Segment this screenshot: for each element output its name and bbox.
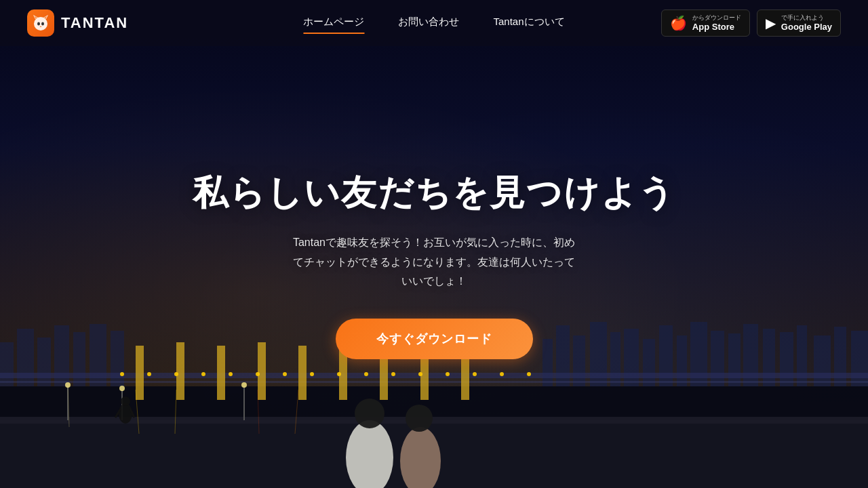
svg-point-81 bbox=[41, 22, 44, 26]
apple-icon: 🍎 bbox=[670, 15, 687, 31]
hero-subtitle: Tantanで趣味友を探そう！お互いが気に入った時に、初めてチャットができるよう… bbox=[292, 233, 576, 291]
svg-point-47 bbox=[364, 372, 368, 376]
svg-rect-27 bbox=[0, 373, 868, 378]
hero-title: 私らしい友だちを見つけよう bbox=[193, 169, 675, 217]
svg-point-38 bbox=[120, 372, 124, 376]
svg-point-40 bbox=[174, 372, 178, 376]
app-store-text: からダウンロード App Store bbox=[692, 14, 741, 32]
nav-item-home[interactable]: ホームページ bbox=[303, 16, 364, 31]
hero-section: 私らしい友だちを見つけよう Tantanで趣味友を探そう！お互いが気に入った時に… bbox=[0, 0, 868, 488]
app-store-label: からダウンロード bbox=[692, 14, 741, 22]
svg-point-42 bbox=[229, 372, 233, 376]
header: TANTAN ホームページ お問い合わせ Tantanについて 🍎 からダウンロ… bbox=[0, 0, 868, 46]
svg-point-51 bbox=[473, 372, 477, 376]
nav-item-contact[interactable]: お問い合わせ bbox=[398, 16, 459, 31]
main-nav: ホームページ お問い合わせ Tantanについて bbox=[303, 16, 564, 31]
nav-item-about[interactable]: Tantanについて bbox=[493, 16, 564, 31]
svg-point-63 bbox=[121, 396, 130, 406]
google-play-text: で手に入れよう Google Play bbox=[781, 14, 832, 32]
svg-point-39 bbox=[147, 372, 151, 376]
app-store-button[interactable]: 🍎 からダウンロード App Store bbox=[661, 9, 750, 37]
svg-rect-17 bbox=[814, 336, 831, 386]
logo-icon bbox=[27, 9, 54, 37]
svg-point-46 bbox=[337, 372, 341, 376]
svg-rect-30 bbox=[176, 342, 184, 400]
svg-point-50 bbox=[446, 372, 450, 376]
svg-point-52 bbox=[500, 372, 504, 376]
svg-point-61 bbox=[241, 382, 247, 388]
svg-rect-29 bbox=[136, 346, 144, 400]
svg-point-48 bbox=[391, 372, 395, 376]
svg-rect-22 bbox=[37, 338, 51, 386]
svg-point-53 bbox=[527, 372, 531, 376]
hero-content: 私らしい友だちを見つけよう Tantanで趣味友を探そう！お互いが気に入った時に… bbox=[193, 129, 675, 359]
svg-rect-20 bbox=[0, 342, 14, 386]
svg-point-75 bbox=[34, 17, 47, 30]
app-store-name: App Store bbox=[692, 22, 734, 33]
svg-point-59 bbox=[119, 386, 125, 391]
google-play-icon: ▶ bbox=[766, 15, 776, 31]
logo-area: TANTAN bbox=[27, 9, 128, 37]
google-play-name: Google Play bbox=[781, 22, 832, 33]
svg-rect-28 bbox=[0, 381, 868, 383]
header-store-buttons: 🍎 からダウンロード App Store ▶ で手に入れよう Google Pl… bbox=[661, 9, 841, 37]
svg-point-80 bbox=[37, 22, 40, 26]
svg-point-49 bbox=[418, 372, 422, 376]
svg-point-67 bbox=[355, 399, 384, 428]
download-cta-button[interactable]: 今すぐダウンロード bbox=[336, 319, 533, 359]
svg-rect-12 bbox=[728, 333, 741, 386]
google-play-label: で手に入れよう bbox=[781, 14, 824, 22]
google-play-button[interactable]: ▶ で手に入れよう Google Play bbox=[757, 9, 841, 37]
svg-point-41 bbox=[201, 372, 205, 376]
svg-point-45 bbox=[310, 372, 314, 376]
logo-text: TANTAN bbox=[61, 14, 128, 32]
svg-rect-9 bbox=[677, 336, 687, 386]
svg-point-43 bbox=[256, 372, 260, 376]
svg-point-44 bbox=[283, 372, 287, 376]
svg-point-62 bbox=[119, 403, 132, 424]
svg-point-69 bbox=[406, 405, 433, 432]
